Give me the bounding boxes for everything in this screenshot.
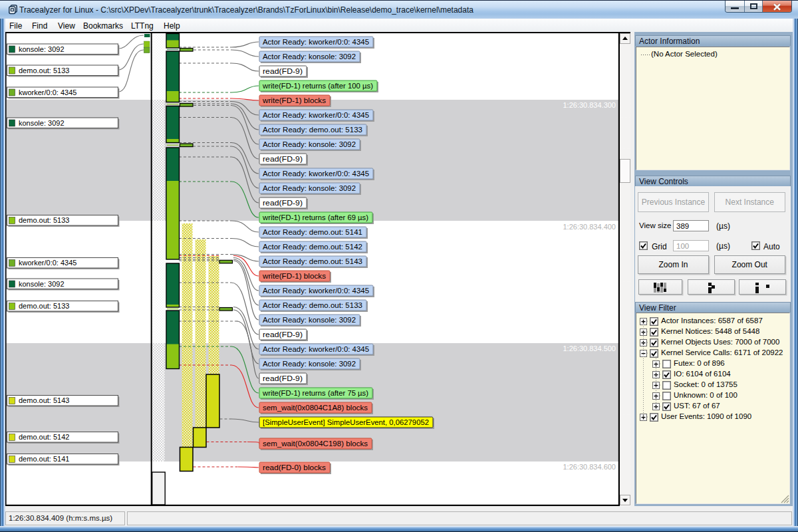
- svg-text:sem_wait(0x0804C1A8) blocks: sem_wait(0x0804C1A8) blocks: [263, 404, 368, 412]
- svg-text:konsole: 3092: konsole: 3092: [19, 280, 65, 288]
- svg-text:demo.out: 5143: demo.out: 5143: [19, 396, 69, 404]
- svg-text:1:26:30.834.400: 1:26:30.834.400: [563, 223, 616, 231]
- svg-text:read(FD-9): read(FD-9): [263, 199, 303, 207]
- svg-text:Actor Ready: konsole: 3092: Actor Ready: konsole: 3092: [263, 140, 356, 148]
- svg-text:read(FD-9): read(FD-9): [263, 155, 303, 163]
- svg-text:Actor Ready: konsole: 3092: Actor Ready: konsole: 3092: [263, 316, 356, 324]
- svg-text:Actor Ready: kworker/0:0: 4345: Actor Ready: kworker/0:0: 4345: [263, 111, 369, 119]
- svg-text:demo.out: 5133: demo.out: 5133: [19, 302, 69, 310]
- svg-text:[SimpleUserEvent] SimpleUserEv: [SimpleUserEvent] SimpleUserEvent, 0,062…: [263, 418, 429, 426]
- svg-text:demo.out: 5142: demo.out: 5142: [19, 433, 69, 441]
- svg-text:sem_wait(0x0804C198) blocks: sem_wait(0x0804C198) blocks: [263, 440, 368, 448]
- svg-text:write(FD-1) returns (after 69: write(FD-1) returns (after 69 µs): [262, 213, 368, 221]
- svg-text:Actor Ready: kworker/0:0: 4345: Actor Ready: kworker/0:0: 4345: [263, 38, 369, 46]
- svg-text:demo.out: 5133: demo.out: 5133: [19, 66, 69, 74]
- svg-text:read(FD-9): read(FD-9): [263, 67, 303, 75]
- svg-text:konsole: 3092: konsole: 3092: [19, 119, 65, 127]
- svg-text:Actor Ready: konsole: 3092: Actor Ready: konsole: 3092: [263, 53, 356, 61]
- svg-text:Actor Ready: kworker/0:0: 4345: Actor Ready: kworker/0:0: 4345: [263, 345, 369, 353]
- svg-text:Actor Ready: kworker/0:0: 4345: Actor Ready: kworker/0:0: 4345: [263, 170, 369, 178]
- svg-text:kworker/0:0: 4345: kworker/0:0: 4345: [19, 259, 76, 267]
- svg-text:1:26:30.834.300: 1:26:30.834.300: [563, 101, 616, 109]
- svg-text:Actor Ready: konsole: 3092: Actor Ready: konsole: 3092: [263, 360, 356, 368]
- svg-text:Actor Ready: demo.out: 5142: Actor Ready: demo.out: 5142: [263, 243, 362, 251]
- svg-text:1:26:30.834.500: 1:26:30.834.500: [563, 344, 616, 352]
- svg-text:demo.out: 5133: demo.out: 5133: [19, 216, 69, 224]
- svg-text:read(FD-0) blocks: read(FD-0) blocks: [263, 464, 327, 471]
- svg-text:kworker/0:0: 4345: kworker/0:0: 4345: [19, 88, 76, 96]
- svg-text:write(FD-1) blocks: write(FD-1) blocks: [262, 272, 327, 280]
- svg-text:Actor Ready: demo.out: 5133: Actor Ready: demo.out: 5133: [263, 301, 362, 309]
- svg-text:konsole: 3092: konsole: 3092: [19, 45, 65, 53]
- svg-text:Actor Ready: demo.out: 5133: Actor Ready: demo.out: 5133: [263, 126, 362, 134]
- svg-text:Actor Ready: konsole: 3092: Actor Ready: konsole: 3092: [263, 184, 356, 192]
- svg-text:1:26:30.834.600: 1:26:30.834.600: [563, 463, 616, 471]
- svg-text:Actor Ready: demo.out: 5141: Actor Ready: demo.out: 5141: [263, 228, 362, 236]
- svg-text:Actor Ready: demo.out: 5143: Actor Ready: demo.out: 5143: [263, 257, 362, 265]
- svg-text:write(FD-1) returns (after 75: write(FD-1) returns (after 75 µs): [262, 389, 368, 397]
- svg-text:Actor Ready: kworker/0:0: 4345: Actor Ready: kworker/0:0: 4345: [263, 287, 369, 295]
- svg-text:write(FD-1) returns (after 100: write(FD-1) returns (after 100 µs): [262, 82, 373, 90]
- svg-text:demo.out: 5141: demo.out: 5141: [19, 455, 69, 463]
- svg-text:read(FD-9): read(FD-9): [263, 374, 303, 382]
- svg-text:read(FD-9): read(FD-9): [263, 331, 303, 338]
- svg-text:write(FD-1) blocks: write(FD-1) blocks: [262, 96, 327, 104]
